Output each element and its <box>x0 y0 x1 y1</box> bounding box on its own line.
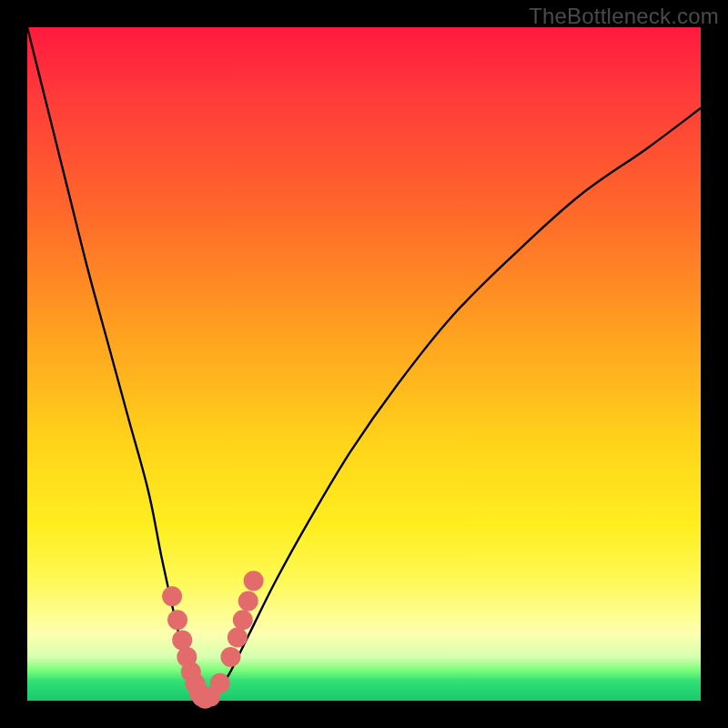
curve-marker <box>220 647 240 667</box>
watermark-label: TheBottleneck.com <box>529 4 719 29</box>
plot-area <box>27 27 701 701</box>
curve-layer <box>27 27 701 701</box>
bottleneck-curve <box>27 27 701 702</box>
curve-marker <box>167 610 187 630</box>
curve-marker <box>228 627 248 647</box>
curve-marker <box>172 630 192 650</box>
chart-frame: TheBottleneck.com <box>0 0 728 728</box>
curve-marker <box>238 591 258 611</box>
curve-markers <box>162 571 264 709</box>
curve-marker <box>244 571 264 591</box>
curve-marker <box>162 586 182 606</box>
curve-marker <box>233 610 253 630</box>
curve-marker <box>210 673 230 693</box>
